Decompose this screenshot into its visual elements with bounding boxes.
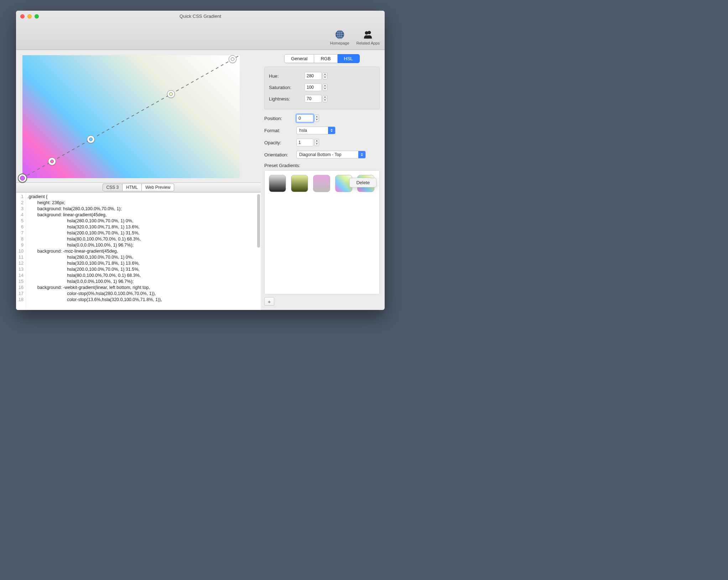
code-text[interactable]: .gradient { height: 236px; background: h… bbox=[26, 193, 261, 310]
opacity-label: Opacity: bbox=[264, 140, 296, 145]
hue-input[interactable] bbox=[305, 72, 322, 80]
related-apps-label: Related Apps bbox=[357, 41, 380, 45]
tab-rgb[interactable]: RGB bbox=[314, 54, 337, 63]
position-label: Position: bbox=[264, 116, 296, 121]
preset-swatch[interactable] bbox=[291, 175, 308, 192]
gradient-stop[interactable] bbox=[87, 135, 95, 143]
preset-gradients-label: Preset Gradients: bbox=[264, 163, 380, 168]
gradient-preview[interactable] bbox=[22, 55, 240, 178]
hue-label: Hue: bbox=[269, 73, 305, 79]
output-tabs: CSS 3 HTML Web Preview bbox=[16, 182, 261, 192]
opacity-input[interactable] bbox=[296, 139, 313, 146]
lightness-input[interactable] bbox=[305, 95, 322, 103]
preset-swatch[interactable] bbox=[313, 175, 330, 192]
preset-swatch[interactable] bbox=[269, 175, 286, 192]
hsl-panel: Hue: ▲▼ Saturation: ▲▼ Lightness: bbox=[264, 67, 380, 109]
gradient-stop[interactable] bbox=[167, 90, 175, 98]
lightness-label: Lightness: bbox=[269, 96, 305, 102]
line-gutter: 123456789101112131415161718 bbox=[16, 193, 26, 310]
plus-icon: + bbox=[268, 299, 271, 305]
opacity-stepper[interactable]: ▲▼ bbox=[314, 139, 319, 146]
tab-html[interactable]: HTML bbox=[123, 183, 142, 191]
related-apps-button[interactable]: Related Apps bbox=[357, 29, 380, 45]
format-select[interactable]: hsla bbox=[296, 126, 336, 134]
globe-icon bbox=[334, 29, 345, 40]
chevron-updown-icon bbox=[358, 151, 365, 158]
gradient-stop[interactable] bbox=[18, 174, 27, 183]
tab-hsl[interactable]: HSL bbox=[338, 54, 360, 63]
svg-point-4 bbox=[368, 31, 371, 34]
tab-general[interactable]: General bbox=[284, 54, 314, 63]
tab-web-preview[interactable]: Web Preview bbox=[142, 183, 174, 191]
lightness-stepper[interactable]: ▲▼ bbox=[323, 95, 327, 102]
hue-stepper[interactable]: ▲▼ bbox=[323, 72, 327, 79]
saturation-stepper[interactable]: ▲▼ bbox=[323, 84, 327, 91]
format-label: Format: bbox=[264, 128, 296, 133]
position-input[interactable] bbox=[296, 114, 313, 122]
gradient-stop[interactable] bbox=[229, 55, 236, 63]
chevron-updown-icon bbox=[328, 127, 335, 134]
tab-css3[interactable]: CSS 3 bbox=[103, 183, 123, 191]
position-stepper[interactable]: ▲▼ bbox=[314, 115, 319, 122]
homepage-label: Homepage bbox=[330, 41, 349, 45]
preset-gradients-list: Delete bbox=[264, 170, 380, 294]
app-window: Quick CSS Gradient Homepage Related Apps bbox=[16, 11, 385, 310]
orientation-label: Orientation: bbox=[264, 152, 296, 157]
format-value: hsla bbox=[299, 128, 307, 133]
saturation-label: Saturation: bbox=[269, 85, 305, 90]
code-output[interactable]: 123456789101112131415161718 .gradient { … bbox=[16, 192, 261, 310]
add-preset-button[interactable]: + bbox=[264, 297, 274, 306]
homepage-button[interactable]: Homepage bbox=[330, 29, 349, 45]
people-icon bbox=[363, 29, 373, 40]
scrollbar-thumb[interactable] bbox=[257, 194, 260, 248]
context-menu-delete[interactable]: Delete bbox=[349, 178, 376, 187]
orientation-select[interactable]: Diagonal Bottom - Top bbox=[296, 151, 366, 159]
window-title: Quick CSS Gradient bbox=[16, 14, 385, 19]
gradient-stop[interactable] bbox=[48, 157, 56, 165]
titlebar: Quick CSS Gradient Homepage Related Apps bbox=[16, 11, 385, 50]
color-mode-tabs: General RGB HSL bbox=[284, 54, 360, 63]
saturation-input[interactable] bbox=[305, 83, 322, 91]
orientation-value: Diagonal Bottom - Top bbox=[299, 152, 342, 157]
